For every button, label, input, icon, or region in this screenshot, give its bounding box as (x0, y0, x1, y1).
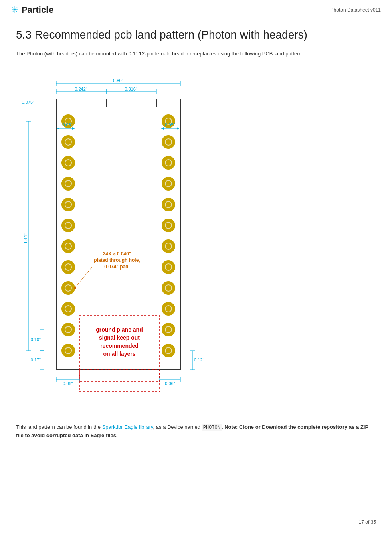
svg-point-36 (62, 282, 75, 294)
svg-point-28 (62, 198, 75, 211)
doc-title: Photon Datasheet v011 (331, 7, 381, 13)
keepout-line3: recommended (100, 342, 139, 349)
svg-point-38 (62, 302, 75, 315)
logo: ✳ Particle (11, 5, 54, 15)
dim-010-label: 0.10" (31, 337, 41, 342)
svg-line-79 (75, 267, 92, 288)
svg-marker-69 (57, 127, 59, 130)
pcb-diagram-svg: 0.80" 0.242" 0.316" (20, 67, 269, 412)
pcb-diagram: 0.80" 0.242" 0.316" (16, 67, 376, 412)
svg-point-32 (62, 240, 75, 253)
keepout-line4: on all layers (103, 351, 136, 357)
dim-0075-label: 0.075" (22, 100, 35, 105)
footer-after-link: , as a Device named (153, 424, 202, 430)
svg-point-60 (162, 282, 175, 294)
footer-paragraph: This land pattern can be found in the Sp… (16, 423, 376, 440)
svg-point-24 (62, 156, 75, 169)
svg-marker-75 (177, 127, 179, 130)
page-header: ✳ Particle Photon Datasheet v011 (0, 0, 392, 18)
dim-006-right-label: 0.06" (165, 381, 175, 386)
dim-006-left-label: 0.06" (63, 381, 73, 386)
svg-point-22 (62, 136, 75, 148)
svg-point-64 (162, 323, 175, 336)
svg-point-42 (62, 344, 75, 357)
svg-point-56 (162, 240, 175, 253)
section-title: 5.3 Recommended pcb land pattern (Photon… (16, 28, 376, 42)
dim-005-left-label: 0.05" (62, 122, 72, 127)
svg-point-30 (62, 219, 75, 232)
eagle-library-link[interactable]: Spark.lbr Eagle library (102, 424, 153, 430)
hole-annotation-line1: 24X ⌀ 0.040" (103, 251, 131, 257)
svg-marker-71 (72, 127, 75, 130)
svg-marker-73 (161, 127, 164, 130)
page-content: 5.3 Recommended pcb land pattern (Photon… (0, 18, 392, 450)
intro-paragraph: The Photon (with headers) can be mounted… (16, 50, 376, 58)
dim-0242-label: 0.242" (75, 87, 87, 91)
hole-annotation-line3: 0.074" pad. (104, 264, 130, 270)
svg-point-48 (162, 156, 175, 169)
svg-point-80 (74, 287, 76, 289)
page-number: 17 of 35 (359, 519, 376, 525)
svg-point-66 (162, 344, 175, 357)
svg-point-58 (162, 261, 175, 274)
dim-080-label: 0.80" (113, 78, 123, 83)
footer-before-link: This land pattern can be found in the (16, 424, 102, 430)
svg-rect-97 (79, 370, 160, 392)
svg-point-40 (62, 323, 75, 336)
keepout-line1: ground plane and (96, 326, 143, 333)
svg-point-50 (162, 177, 175, 190)
svg-point-34 (62, 261, 75, 274)
keepout-line2: signal keep out (99, 334, 140, 341)
logo-name: Particle (22, 5, 54, 15)
dim-144-label: 1.44" (23, 233, 28, 243)
svg-point-62 (162, 302, 175, 315)
dim-005-right-label: 0.05" (165, 122, 175, 127)
svg-point-26 (62, 177, 75, 190)
logo-star-icon: ✳ (11, 5, 18, 15)
svg-point-46 (162, 136, 175, 148)
dim-017-label: 0.17" (31, 357, 41, 362)
dim-012-label: 0.12" (194, 357, 204, 362)
hole-annotation-line2: plated through hole, (94, 257, 140, 263)
device-name: PHOTON (202, 424, 222, 431)
svg-point-52 (162, 198, 175, 211)
svg-point-54 (162, 219, 175, 232)
dim-0316-label: 0.316" (125, 87, 137, 91)
